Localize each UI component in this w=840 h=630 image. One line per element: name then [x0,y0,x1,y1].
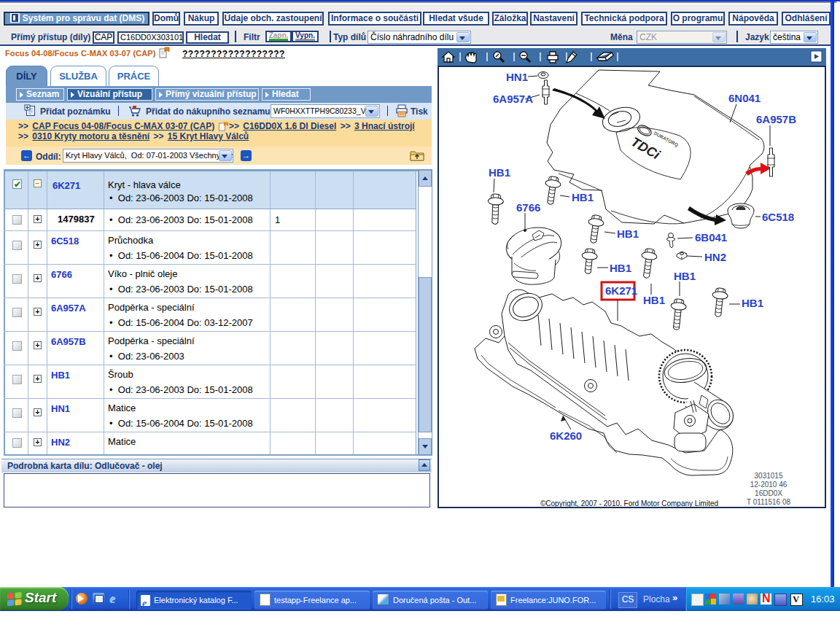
svg-text:HN2: HN2 [704,251,726,263]
svg-text:6A957B: 6A957B [756,113,796,125]
svg-text:6N041: 6N041 [728,92,761,104]
svg-text:12-2010 46: 12-2010 46 [750,481,788,489]
svg-text:6A957A: 6A957A [493,93,533,105]
svg-text:3031015: 3031015 [755,472,783,480]
svg-text:HB1: HB1 [489,166,510,179]
svg-text:HB1: HB1 [572,191,594,203]
svg-text:©Copyright, 2007 - 2010. Ford: ©Copyright, 2007 - 2010. Ford Motor Comp… [540,499,718,507]
svg-text:6B041: 6B041 [695,231,727,244]
svg-text:HB1: HB1 [674,270,696,282]
svg-text:HB1: HB1 [742,297,763,309]
svg-text:HB1: HB1 [617,228,639,240]
svg-text:HN1: HN1 [506,71,528,83]
svg-text:HB1: HB1 [610,262,631,274]
svg-text:6766: 6766 [516,201,540,214]
svg-text:6C518: 6C518 [762,211,794,223]
svg-text:HB1: HB1 [643,294,665,306]
svg-text:T 0111516 08: T 0111516 08 [747,498,790,506]
svg-text:6K271: 6K271 [605,284,637,297]
svg-text:16DD0X: 16DD0X [755,489,782,497]
svg-text:6K260: 6K260 [550,429,582,442]
